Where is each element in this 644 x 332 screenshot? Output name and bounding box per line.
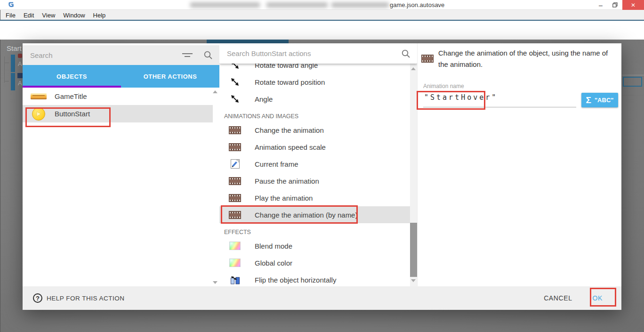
action-label: Rotate toward position [255, 78, 325, 86]
action-description: Change the animation of the object, usin… [438, 48, 613, 70]
app-window: game.json.autosave – ✕ FileEditViewWindo… [0, 0, 644, 332]
action-label: Change the animation [255, 126, 324, 134]
expression-editor-button[interactable]: Σ "ABC" [581, 93, 618, 107]
event-tree-line [4, 63, 9, 63]
object-name: GameTitle [55, 92, 87, 100]
action-label: Current frame [255, 160, 298, 168]
rotate-icon [230, 94, 240, 104]
rainbow-icon [229, 242, 241, 250]
menu-item-window[interactable]: Window [62, 12, 86, 19]
minimize-button[interactable]: – [594, 0, 607, 10]
event-condition-bar [11, 73, 15, 90]
properties-divider [622, 95, 644, 96]
action-editor-dialog: Search OBJECTSOTHER ACTIONS GameTitleBut… [23, 43, 621, 310]
animation-name-input[interactable]: "StartHover" [424, 93, 498, 102]
action-label: Blend mode [255, 242, 292, 250]
titlebar: game.json.autosave – ✕ [0, 0, 644, 10]
properties-field-fragment [623, 77, 642, 87]
event-condition-bar [11, 55, 15, 72]
action-row-play-the-animation[interactable]: Play the animation [219, 189, 410, 206]
rotate-icon [230, 77, 240, 87]
blurred-path-segment [331, 2, 389, 8]
objects-tabbar: OBJECTSOTHER ACTIONS [23, 65, 219, 88]
actions-scrollbar[interactable] [410, 64, 417, 286]
menu-item-edit[interactable]: Edit [22, 12, 35, 19]
filmstrip-icon [229, 177, 241, 185]
event-icon [18, 54, 22, 58]
cancel-button[interactable]: CANCEL [544, 294, 572, 302]
action-detail-panel: Change the animation of the object, usin… [417, 43, 621, 286]
action-label: Flip the object horizontally [255, 276, 336, 284]
abc-label: "ABC" [595, 97, 614, 104]
game-title-thumbnail [31, 93, 47, 99]
action-label: Global color [255, 259, 292, 267]
filmstrip-icon [229, 126, 241, 134]
gdevelop-logo-icon [8, 1, 15, 8]
action-row-change-the-animation[interactable]: Change the animation [219, 121, 410, 138]
window-title: game.json.autosave [390, 1, 444, 8]
search-icon[interactable] [203, 50, 213, 60]
action-row-pause-the-animation[interactable]: Pause the animation [219, 172, 410, 189]
objects-search-placeholder: Search [23, 51, 182, 59]
filmstrip-icon [229, 211, 241, 219]
action-row-angle[interactable]: Angle [219, 90, 410, 107]
event-text-fragment: A [18, 60, 22, 67]
dialog-footer: ? HELP FOR THIS ACTION CANCEL OK [23, 286, 621, 310]
scroll-down-arrow[interactable] [213, 281, 217, 284]
search-icon[interactable] [401, 49, 411, 58]
blurred-path-segment [266, 2, 328, 8]
object-name: ButtonStart [55, 110, 90, 118]
action-label: Angle [255, 95, 273, 103]
event-text-fragment: A [18, 80, 22, 87]
input-underline [423, 107, 576, 107]
action-row-animation-speed-scale[interactable]: Animation speed scale [219, 138, 410, 155]
scroll-up-arrow[interactable] [213, 90, 217, 93]
object-row-gametitle[interactable]: GameTitle [23, 88, 213, 105]
scrollbar-thumb[interactable] [410, 223, 417, 277]
action-list: Rotate toward angleRotate toward positio… [219, 43, 410, 286]
close-button[interactable]: ✕ [622, 0, 644, 10]
restore-button[interactable] [608, 0, 621, 10]
restore-icon [612, 2, 618, 8]
action-label: Change the animation (by name) [255, 211, 357, 219]
action-row-change-the-animation-by-name-[interactable]: Change the animation (by name) [219, 206, 410, 223]
actions-search-input[interactable]: Search ButtonStart actions [219, 43, 417, 64]
objects-search-input[interactable]: Search [23, 45, 219, 65]
menu-item-view[interactable]: View [40, 12, 56, 19]
action-label: Pause the animation [255, 177, 319, 185]
action-row-global-color[interactable]: Global color [219, 254, 410, 271]
actions-search-placeholder: Search ButtonStart actions [219, 49, 401, 57]
action-row-rotate-toward-position[interactable]: Rotate toward position [219, 73, 410, 90]
properties-divider [622, 75, 644, 75]
filmstrip-icon [229, 143, 241, 151]
scroll-down-arrow[interactable] [411, 279, 416, 282]
event-tree-line [4, 57, 5, 83]
scroll-up-arrow[interactable] [411, 67, 416, 70]
help-icon: ? [33, 293, 42, 303]
action-group-header: EFFECTS [219, 223, 410, 237]
actions-panel: Rotate toward angleRotate toward positio… [219, 43, 417, 286]
action-row-blend-mode[interactable]: Blend mode [219, 237, 410, 254]
help-link[interactable]: ? HELP FOR THIS ACTION [33, 293, 544, 303]
rainbow-icon [229, 259, 241, 267]
action-row-current-frame[interactable]: Current frame [219, 155, 410, 172]
ok-button[interactable]: OK [593, 294, 603, 302]
menubar: FileEditViewWindowHelp [0, 10, 644, 20]
object-row-buttonstart[interactable]: ButtonStart [23, 105, 213, 122]
event-icon [17, 73, 23, 78]
active-tab-indicator [207, 40, 289, 43]
action-row-flip-the-object-horizontally[interactable]: Flip the object horizontally [219, 271, 410, 286]
objects-panel: Search OBJECTSOTHER ACTIONS GameTitleBut… [23, 43, 219, 286]
tab-other-actions[interactable]: OTHER ACTIONS [121, 65, 219, 88]
menu-item-file[interactable]: File [4, 12, 17, 19]
toolbar [0, 21, 644, 40]
play-button-thumbnail [32, 107, 45, 121]
animation-name-label: Animation name [423, 83, 464, 89]
tab-objects[interactable]: OBJECTS [23, 65, 121, 88]
filmstrip-icon [421, 55, 434, 63]
filter-icon[interactable] [182, 52, 193, 58]
event-tree-line [4, 81, 9, 81]
menu-item-help[interactable]: Help [92, 12, 107, 19]
background-tab-label: Start P [7, 44, 24, 52]
filmstrip-icon [229, 194, 241, 202]
